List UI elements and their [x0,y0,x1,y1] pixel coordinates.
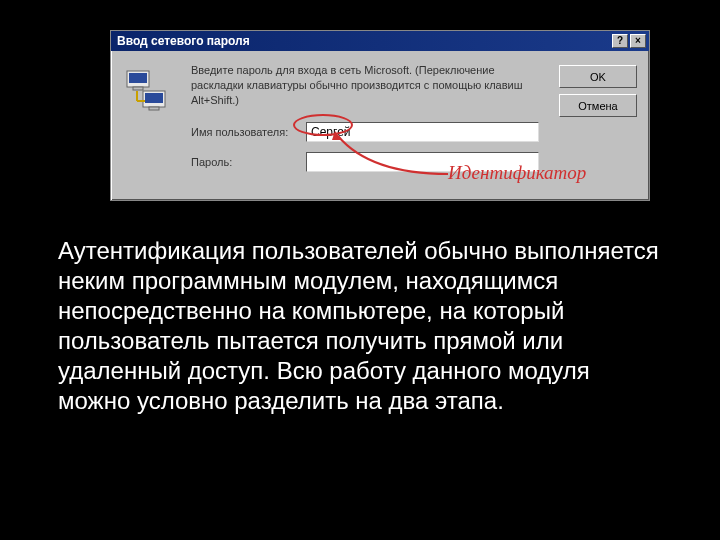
ok-button[interactable]: OK [559,65,637,88]
help-button[interactable]: ? [612,34,628,48]
svg-rect-4 [145,93,163,103]
cancel-button[interactable]: Отмена [559,94,637,117]
instruction-text: Введите пароль для входа в сеть Microsof… [191,63,539,108]
svg-rect-5 [149,107,159,110]
dialog-titlebar: Ввод сетевого пароля ? × [111,31,649,51]
titlebar-buttons: ? × [612,34,646,48]
identifier-annotation-label: Идентификатор [448,162,586,184]
username-row: Имя пользователя: [191,122,539,142]
close-button[interactable]: × [630,34,646,48]
username-label: Имя пользователя: [191,126,306,138]
svg-rect-2 [133,87,143,90]
dialog-buttons: OK Отмена [559,65,637,117]
slide-body-text: Аутентификация пользователей обычно выпо… [58,236,668,416]
username-input[interactable] [306,122,539,142]
body-paragraph: Аутентификация пользователей обычно выпо… [58,236,668,416]
svg-rect-1 [129,73,147,83]
dialog-title: Ввод сетевого пароля [117,34,612,48]
password-label: Пароль: [191,156,306,168]
network-computers-icon [125,69,169,113]
